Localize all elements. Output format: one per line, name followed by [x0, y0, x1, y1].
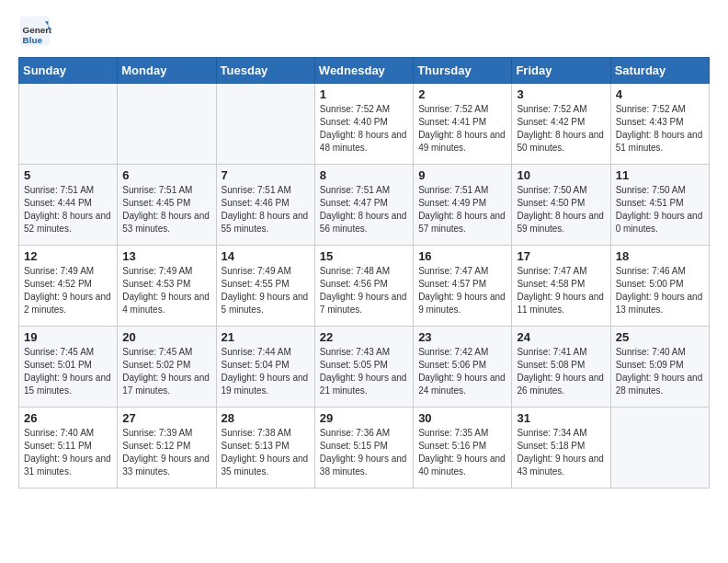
calendar-cell: [216, 84, 314, 165]
day-number: 24: [517, 330, 605, 344]
day-info: Sunrise: 7:51 AM Sunset: 4:44 PM Dayligh…: [24, 184, 112, 236]
day-number: 19: [24, 330, 112, 344]
weekday-header-sunday: Sunday: [19, 58, 118, 84]
weekday-header-friday: Friday: [512, 58, 610, 84]
day-info: Sunrise: 7:49 AM Sunset: 4:55 PM Dayligh…: [222, 265, 310, 316]
day-number: 12: [24, 249, 112, 263]
day-info: Sunrise: 7:51 AM Sunset: 4:49 PM Dayligh…: [418, 184, 506, 236]
weekday-header-wednesday: Wednesday: [314, 58, 413, 84]
day-info: Sunrise: 7:40 AM Sunset: 5:11 PM Dayligh…: [24, 427, 112, 478]
calendar-cell: 21Sunrise: 7:44 AM Sunset: 5:04 PM Dayli…: [216, 327, 314, 408]
day-info: Sunrise: 7:50 AM Sunset: 4:50 PM Dayligh…: [517, 184, 605, 236]
logo: General Blue: [18, 15, 55, 48]
svg-text:Blue: Blue: [23, 35, 43, 45]
weekday-header-tuesday: Tuesday: [216, 58, 314, 84]
day-info: Sunrise: 7:39 AM Sunset: 5:12 PM Dayligh…: [122, 427, 210, 478]
calendar-header-row: SundayMondayTuesdayWednesdayThursdayFrid…: [19, 58, 710, 84]
day-number: 2: [418, 87, 506, 101]
calendar-cell: [610, 408, 709, 488]
day-info: Sunrise: 7:50 AM Sunset: 4:51 PM Dayligh…: [616, 184, 704, 236]
calendar-cell: 14Sunrise: 7:49 AM Sunset: 4:55 PM Dayli…: [216, 246, 314, 327]
day-info: Sunrise: 7:41 AM Sunset: 5:08 PM Dayligh…: [517, 346, 605, 397]
calendar-cell: 13Sunrise: 7:49 AM Sunset: 4:53 PM Dayli…: [118, 246, 216, 327]
calendar-cell: 3Sunrise: 7:52 AM Sunset: 4:42 PM Daylig…: [512, 84, 610, 165]
day-number: 17: [517, 249, 605, 263]
calendar-week-1: 1Sunrise: 7:52 AM Sunset: 4:40 PM Daylig…: [19, 84, 710, 165]
day-number: 28: [222, 411, 310, 425]
calendar-cell: 5Sunrise: 7:51 AM Sunset: 4:44 PM Daylig…: [19, 165, 118, 246]
calendar: SundayMondayTuesdayWednesdayThursdayFrid…: [18, 57, 710, 488]
calendar-cell: [118, 84, 216, 165]
calendar-cell: 31Sunrise: 7:34 AM Sunset: 5:18 PM Dayli…: [512, 408, 610, 488]
page: General Blue SundayMondayTuesdayWednesda…: [0, 0, 728, 503]
calendar-cell: 24Sunrise: 7:41 AM Sunset: 5:08 PM Dayli…: [512, 327, 610, 408]
calendar-cell: 11Sunrise: 7:50 AM Sunset: 4:51 PM Dayli…: [610, 165, 709, 246]
day-number: 16: [418, 249, 506, 263]
calendar-cell: 16Sunrise: 7:47 AM Sunset: 4:57 PM Dayli…: [414, 246, 512, 327]
calendar-week-5: 26Sunrise: 7:40 AM Sunset: 5:11 PM Dayli…: [19, 408, 710, 488]
calendar-cell: 6Sunrise: 7:51 AM Sunset: 4:45 PM Daylig…: [118, 165, 216, 246]
day-number: 26: [24, 411, 112, 425]
day-number: 1: [320, 87, 408, 101]
day-info: Sunrise: 7:52 AM Sunset: 4:43 PM Dayligh…: [616, 103, 704, 155]
calendar-cell: [19, 84, 118, 165]
day-number: 18: [616, 249, 704, 263]
day-info: Sunrise: 7:44 AM Sunset: 5:04 PM Dayligh…: [222, 346, 310, 397]
day-info: Sunrise: 7:52 AM Sunset: 4:40 PM Dayligh…: [320, 103, 408, 155]
weekday-header-saturday: Saturday: [610, 58, 709, 84]
calendar-cell: 4Sunrise: 7:52 AM Sunset: 4:43 PM Daylig…: [610, 84, 709, 165]
day-info: Sunrise: 7:43 AM Sunset: 5:05 PM Dayligh…: [320, 346, 408, 397]
logo-icon: General Blue: [18, 15, 51, 48]
calendar-cell: 23Sunrise: 7:42 AM Sunset: 5:06 PM Dayli…: [414, 327, 512, 408]
calendar-cell: 18Sunrise: 7:46 AM Sunset: 5:00 PM Dayli…: [610, 246, 709, 327]
calendar-cell: 9Sunrise: 7:51 AM Sunset: 4:49 PM Daylig…: [414, 165, 512, 246]
day-number: 31: [517, 411, 605, 425]
day-info: Sunrise: 7:35 AM Sunset: 5:16 PM Dayligh…: [418, 427, 506, 478]
day-number: 15: [320, 249, 408, 263]
day-number: 23: [418, 330, 506, 344]
day-number: 22: [320, 330, 408, 344]
day-number: 27: [122, 411, 210, 425]
day-info: Sunrise: 7:47 AM Sunset: 4:57 PM Dayligh…: [418, 265, 506, 316]
day-number: 14: [222, 249, 310, 263]
day-info: Sunrise: 7:46 AM Sunset: 5:00 PM Dayligh…: [616, 265, 704, 316]
header: General Blue: [18, 15, 710, 48]
calendar-cell: 29Sunrise: 7:36 AM Sunset: 5:15 PM Dayli…: [314, 408, 413, 488]
day-info: Sunrise: 7:47 AM Sunset: 4:58 PM Dayligh…: [517, 265, 605, 316]
calendar-cell: 2Sunrise: 7:52 AM Sunset: 4:41 PM Daylig…: [414, 84, 512, 165]
calendar-cell: 17Sunrise: 7:47 AM Sunset: 4:58 PM Dayli…: [512, 246, 610, 327]
calendar-week-3: 12Sunrise: 7:49 AM Sunset: 4:52 PM Dayli…: [19, 246, 710, 327]
calendar-cell: 20Sunrise: 7:45 AM Sunset: 5:02 PM Dayli…: [118, 327, 216, 408]
day-number: 4: [616, 87, 704, 101]
calendar-week-4: 19Sunrise: 7:45 AM Sunset: 5:01 PM Dayli…: [19, 327, 710, 408]
calendar-cell: 26Sunrise: 7:40 AM Sunset: 5:11 PM Dayli…: [19, 408, 118, 488]
day-number: 8: [320, 168, 408, 182]
day-number: 3: [517, 87, 605, 101]
day-number: 5: [24, 168, 112, 182]
calendar-cell: 22Sunrise: 7:43 AM Sunset: 5:05 PM Dayli…: [314, 327, 413, 408]
calendar-cell: 15Sunrise: 7:48 AM Sunset: 4:56 PM Dayli…: [314, 246, 413, 327]
calendar-cell: 19Sunrise: 7:45 AM Sunset: 5:01 PM Dayli…: [19, 327, 118, 408]
calendar-cell: 12Sunrise: 7:49 AM Sunset: 4:52 PM Dayli…: [19, 246, 118, 327]
calendar-cell: 1Sunrise: 7:52 AM Sunset: 4:40 PM Daylig…: [314, 84, 413, 165]
day-info: Sunrise: 7:48 AM Sunset: 4:56 PM Dayligh…: [320, 265, 408, 316]
svg-text:General: General: [23, 25, 52, 35]
day-info: Sunrise: 7:34 AM Sunset: 5:18 PM Dayligh…: [517, 427, 605, 478]
calendar-cell: 7Sunrise: 7:51 AM Sunset: 4:46 PM Daylig…: [216, 165, 314, 246]
day-info: Sunrise: 7:45 AM Sunset: 5:01 PM Dayligh…: [24, 346, 112, 397]
calendar-week-2: 5Sunrise: 7:51 AM Sunset: 4:44 PM Daylig…: [19, 165, 710, 246]
day-info: Sunrise: 7:38 AM Sunset: 5:13 PM Dayligh…: [222, 427, 310, 478]
weekday-header-thursday: Thursday: [414, 58, 512, 84]
day-number: 25: [616, 330, 704, 344]
weekday-header-monday: Monday: [118, 58, 216, 84]
day-number: 9: [418, 168, 506, 182]
day-info: Sunrise: 7:36 AM Sunset: 5:15 PM Dayligh…: [320, 427, 408, 478]
calendar-cell: 8Sunrise: 7:51 AM Sunset: 4:47 PM Daylig…: [314, 165, 413, 246]
day-info: Sunrise: 7:51 AM Sunset: 4:45 PM Dayligh…: [122, 184, 210, 236]
day-number: 30: [418, 411, 506, 425]
day-number: 6: [122, 168, 210, 182]
day-info: Sunrise: 7:52 AM Sunset: 4:42 PM Dayligh…: [517, 103, 605, 155]
calendar-cell: 10Sunrise: 7:50 AM Sunset: 4:50 PM Dayli…: [512, 165, 610, 246]
day-info: Sunrise: 7:49 AM Sunset: 4:53 PM Dayligh…: [122, 265, 210, 316]
calendar-cell: 25Sunrise: 7:40 AM Sunset: 5:09 PM Dayli…: [610, 327, 709, 408]
